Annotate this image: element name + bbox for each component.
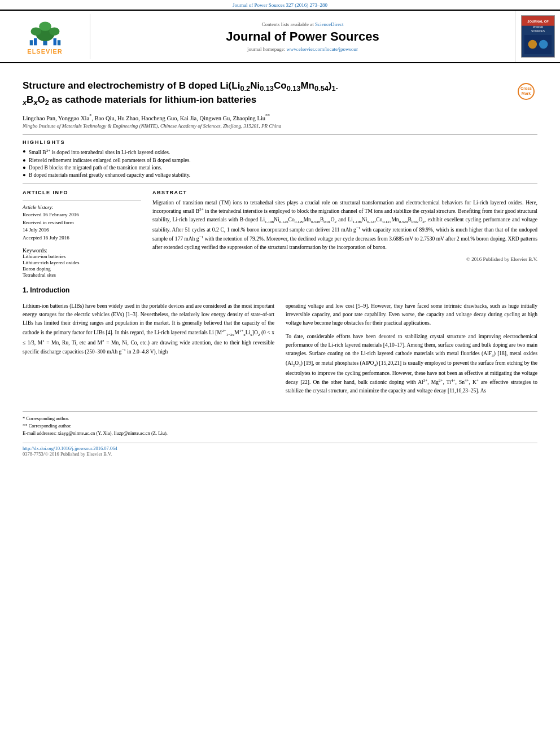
elsevier-text: ELSEVIER	[27, 48, 62, 55]
journal-citation: Journal of Power Sources 327 (2016) 273–…	[233, 2, 327, 8]
svg-text:Cross: Cross	[520, 86, 532, 90]
svg-point-2	[30, 27, 41, 36]
intro-col-left: Lithium-ion batteries (LIBs) have been w…	[23, 302, 274, 400]
article-info-heading: ARTICLE INFO	[23, 190, 141, 195]
revised-label: Received in revised form	[23, 219, 141, 227]
homepage-url[interactable]: www.elsevier.com/locate/jpowsour	[287, 46, 358, 52]
abstract-col: ABSTRACT Migration of transition metal (…	[152, 190, 537, 279]
journal-cover-thumbnail: JOURNAL OF POWER SOURCES	[521, 15, 555, 58]
svg-text:SOURCES: SOURCES	[531, 30, 545, 33]
intro-two-col: Lithium-ion batteries (LIBs) have been w…	[23, 302, 537, 400]
article-history: Article history: Received 16 February 20…	[23, 204, 141, 242]
svg-point-16	[539, 40, 547, 49]
journal-header: ELSEVIER Contents lists available at Sci…	[0, 10, 560, 63]
intro-col-right: operating voltage and low cost [5–9]. Ho…	[286, 302, 537, 400]
journal-cover-svg: JOURNAL OF POWER SOURCES	[522, 15, 554, 58]
svg-point-15	[528, 40, 536, 49]
keyword-1: Lithium-ion batteries	[23, 254, 141, 259]
accepted-date: Accepted 16 July 2016	[23, 234, 141, 242]
footnote-email: E-mail addresses: xiayg@nimte.ac.cn (Y. …	[23, 430, 537, 437]
keyword-2: Lithium-rich layered oxides	[23, 260, 141, 265]
footnote-corresponding1: * Corresponding author.	[23, 415, 537, 422]
highlight-text-2: Rietveld refinement indicates enlarged c…	[29, 158, 191, 163]
journal-center: Contents lists available at ScienceDirec…	[90, 16, 515, 58]
keywords-label: Keywords:	[23, 247, 141, 254]
elsevier-logo-area: ELSEVIER	[0, 14, 90, 59]
footnote-corresponding2: ** Corresponding author.	[23, 422, 537, 430]
doi-link[interactable]: http://dx.doi.org/10.1016/j.jpowsour.201…	[23, 445, 117, 451]
svg-rect-5	[29, 40, 32, 45]
affiliation: Ningbo Institute of Materials Technology…	[23, 123, 537, 129]
received-date: Received 16 February 2016	[23, 211, 141, 219]
journal-cover-area: JOURNAL OF POWER SOURCES	[515, 11, 560, 62]
footer-bar: http://dx.doi.org/10.1016/j.jpowsour.201…	[23, 443, 537, 457]
svg-text:Mark: Mark	[522, 91, 531, 95]
homepage-text: journal homepage:	[247, 46, 285, 52]
info-abstract-cols: ARTICLE INFO Article history: Received 1…	[23, 190, 537, 279]
crossmark-icon: Cross Mark	[517, 82, 535, 101]
article-title: Structure and electrochemistry of B dope…	[23, 80, 515, 108]
main-content: Structure and electrochemistry of B dope…	[0, 63, 560, 468]
revised-date: 14 July 2016	[23, 226, 141, 234]
highlights-section: HIGHLIGHTS ● Small B3+ is doped into tet…	[23, 139, 537, 177]
keyword-4: Tetrahedral sites	[23, 272, 141, 278]
elsevier-tree-icon	[23, 19, 68, 47]
intro-para-1: Lithium-ion batteries (LIBs) have been w…	[23, 302, 274, 357]
highlight-3: ● Doped B blocks the migrated path of th…	[23, 165, 537, 171]
copyright-line: © 2016 Published by Elsevier B.V.	[152, 256, 537, 262]
svg-text:JOURNAL OF: JOURNAL OF	[527, 20, 549, 23]
svg-rect-7	[53, 38, 56, 45]
article-info-col: ARTICLE INFO Article history: Received 1…	[23, 190, 141, 279]
intro-text-col-left: Lithium-ion batteries (LIBs) have been w…	[23, 302, 274, 357]
svg-rect-6	[34, 38, 37, 45]
svg-point-3	[49, 27, 59, 36]
bullet-4: ●	[23, 172, 26, 178]
sciencedirect-line: Contents lists available at ScienceDirec…	[96, 21, 509, 27]
keyword-3: Boron doping	[23, 266, 141, 272]
page: Journal of Power Sources 327 (2016) 273–…	[0, 0, 560, 747]
intro-text-col-right: operating voltage and low cost [5–9]. Ho…	[286, 302, 537, 395]
homepage-line: journal homepage: www.elsevier.com/locat…	[96, 46, 509, 52]
journal-title: Journal of Power Sources	[96, 29, 509, 44]
sciencedirect-link[interactable]: ScienceDirect	[315, 21, 343, 27]
history-label: Article history:	[23, 204, 141, 212]
bullet-1: ●	[23, 148, 26, 154]
issn-text: 0378-7753/© 2016 Published by Elsevier B…	[23, 451, 112, 457]
svg-text:POWER: POWER	[532, 26, 543, 29]
keywords-section: Keywords: Lithium-ion batteries Lithium-…	[23, 247, 141, 278]
divider-2	[23, 184, 537, 184]
elsevier-logo: ELSEVIER	[23, 19, 68, 55]
intro-para-3: To date, considerable efforts have been …	[286, 333, 537, 396]
bullet-3: ●	[23, 165, 26, 171]
highlight-text-4: B doped materials manifest greatly enhan…	[29, 172, 190, 178]
divider-info	[23, 200, 141, 200]
intro-para-2: operating voltage and low cost [5–9]. Ho…	[286, 302, 537, 328]
journal-topbar: Journal of Power Sources 327 (2016) 273–…	[0, 0, 560, 10]
article-title-section: Structure and electrochemistry of B dope…	[23, 80, 537, 108]
crossmark-area[interactable]: Cross Mark	[515, 82, 537, 101]
highlight-text-1: Small B3+ is doped into tetrahedral site…	[29, 148, 170, 155]
authors: Lingchao Pan, Yonggao Xia*, Bao Qiu, Hu …	[23, 113, 537, 121]
highlight-1: ● Small B3+ is doped into tetrahedral si…	[23, 148, 537, 155]
intro-section: 1. Introduction Lithium-ion batteries (L…	[23, 286, 537, 400]
intro-heading: 1. Introduction	[23, 286, 537, 294]
highlights-heading: HIGHLIGHTS	[23, 139, 537, 145]
highlight-2: ● Rietveld refinement indicates enlarged…	[23, 158, 537, 163]
bullet-2: ●	[23, 158, 26, 163]
footnotes: * Corresponding author. ** Corresponding…	[23, 411, 537, 436]
abstract-heading: ABSTRACT	[152, 190, 537, 195]
divider-1	[23, 134, 537, 135]
svg-point-4	[39, 21, 51, 30]
highlight-text-3: Doped B blocks the migrated path of the …	[29, 165, 163, 171]
svg-rect-8	[57, 40, 60, 45]
highlight-4: ● B doped materials manifest greatly enh…	[23, 172, 537, 178]
contents-available-text: Contents lists available at	[262, 21, 314, 27]
abstract-text: Migration of transition metal (TM) ions …	[152, 199, 537, 252]
